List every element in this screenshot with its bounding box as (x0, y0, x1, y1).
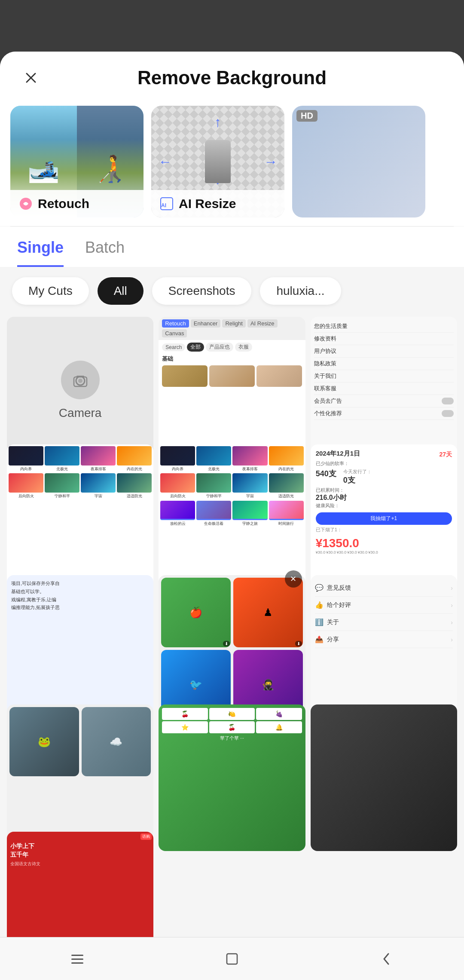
settings-row-3: 用户协议 (314, 345, 454, 358)
menu-item-review: 👍 给个好评 › (315, 597, 453, 614)
svg-rect-11 (71, 962, 83, 964)
screenshot-slot-game[interactable]: 🍒 🍋 🍇 ⭐ 🍒 🔔 苹了个苹 ··· (159, 704, 305, 851)
bottom-navigation (0, 937, 464, 980)
feature-card-hd[interactable]: HD (292, 106, 425, 217)
close-overlay-icon[interactable]: ✕ (285, 570, 302, 588)
tabs-row: Single Batch (0, 227, 464, 267)
nav-home-button[interactable] (211, 946, 253, 972)
chevron-right-icon: › (451, 585, 453, 591)
download-badge-2: ⬇ (295, 641, 302, 646)
stats-action-btn[interactable]: 我抽烟了+1 (316, 512, 452, 525)
chip-my-cuts[interactable]: My Cuts (12, 277, 89, 305)
svg-point-8 (78, 379, 82, 383)
feature-cards-row: 🎿 🧑‍🦯 Retouch ↑ ↓ ← (0, 97, 464, 226)
chevron-right-icon-2: › (451, 602, 453, 609)
settings-row-6: 联系客服 (314, 383, 454, 395)
chip-huluxia[interactable]: huluxia... (260, 277, 341, 305)
share-icon: 📤 (315, 635, 324, 643)
chip-screenshots[interactable]: Screenshots (152, 277, 252, 305)
svg-rect-10 (71, 959, 83, 960)
nav-menu-button[interactable] (56, 946, 99, 972)
nature-photo-grid-2[interactable]: 内向养 北极光 夜幕排客 内在的光 后向防火 (159, 444, 305, 591)
settings-row-8: 个性化推荐 (314, 407, 454, 420)
filter-chips: My Cuts All Screenshots huluxia... (0, 267, 464, 312)
tab-batch[interactable]: Batch (85, 227, 125, 267)
settings-row-5: 关于我们 (314, 370, 454, 383)
hd-badge: HD (296, 110, 317, 122)
menu-item-feedback: 💬 意见反馈 › (315, 579, 453, 597)
nature-photo-grid-1[interactable]: 内向养 北极光 夜幕排客 内在的光 后向防火 (7, 444, 153, 591)
image-grid: Camera Retouch Enhancer Relight AI Resiz… (0, 312, 464, 980)
feedback-icon: 💬 (315, 584, 324, 592)
svg-rect-12 (227, 954, 237, 964)
screenshot-stats[interactable]: 2024年12月1日 27天 已少仙的软率： 540支 今天发行了： 0支 已积… (311, 444, 457, 591)
ai-resize-label: AI AI Resize (151, 190, 284, 217)
camera-icon (61, 361, 100, 399)
about-icon: ℹ️ (315, 618, 324, 626)
feature-card-retouch[interactable]: 🎿 🧑‍🦯 Retouch (10, 106, 143, 217)
product-bottle (205, 140, 231, 183)
settings-row-2: 修改资料 (314, 333, 454, 345)
download-badge-1: ⬇ (223, 641, 230, 646)
retouch-label: Retouch (10, 190, 143, 217)
chevron-right-icon-3: › (451, 619, 453, 626)
screenshot-menu[interactable]: 💬 意见反馈 › 👍 给个好评 › ℹ️ 关于 › (311, 575, 457, 722)
retouch-icon (18, 196, 34, 211)
screenshot-settings[interactable]: 您的生活质量 修改资料 用户协议 隐私政策 关于我们 联系客服 会员去广告 (311, 317, 457, 463)
camera-cell[interactable]: Camera (7, 317, 153, 463)
screenshot-app-grid[interactable]: 🍎 ⬇ ♟ ⬇ 🐦 ⬇ 🥷 ⬇ (159, 575, 305, 722)
menu-item-about: ℹ️ 关于 › (315, 614, 453, 631)
chevron-right-icon-4: › (451, 636, 453, 643)
nav-back-button[interactable] (365, 946, 408, 972)
screenshot-more-games-1[interactable]: 🐸 ☁️ (7, 704, 153, 851)
screenshot-edu-text[interactable]: 项目,可以保存并分享自 基础也可以学。 戏编程,寓教于乐,让编 编推理能力,拓展… (7, 575, 153, 722)
svg-rect-9 (71, 955, 83, 956)
review-icon: 👍 (315, 601, 324, 609)
chip-all[interactable]: All (98, 277, 143, 305)
dark-photo[interactable] (311, 704, 457, 851)
ai-resize-icon: AI (159, 196, 174, 211)
modal-title: Remove Background (137, 67, 327, 89)
settings-row-7: 会员去广告 (314, 395, 454, 407)
screenshot-app-tabs[interactable]: Retouch Enhancer Relight AI Resize Canva… (159, 317, 305, 463)
svg-text:AI: AI (161, 202, 166, 208)
close-button[interactable] (17, 64, 45, 92)
menu-item-share: 📤 分享 › (315, 631, 453, 648)
camera-label: Camera (59, 406, 102, 420)
modal-sheet: Remove Background 🎿 🧑‍🦯 Retouch (0, 52, 464, 980)
modal-header: Remove Background (0, 52, 464, 97)
feature-card-ai-resize[interactable]: ↑ ↓ ← → AI AI Resize (151, 106, 284, 217)
tab-single[interactable]: Single (17, 227, 64, 267)
settings-row-4: 隐私政策 (314, 358, 454, 370)
settings-row-1: 您的生活质量 (314, 320, 454, 333)
